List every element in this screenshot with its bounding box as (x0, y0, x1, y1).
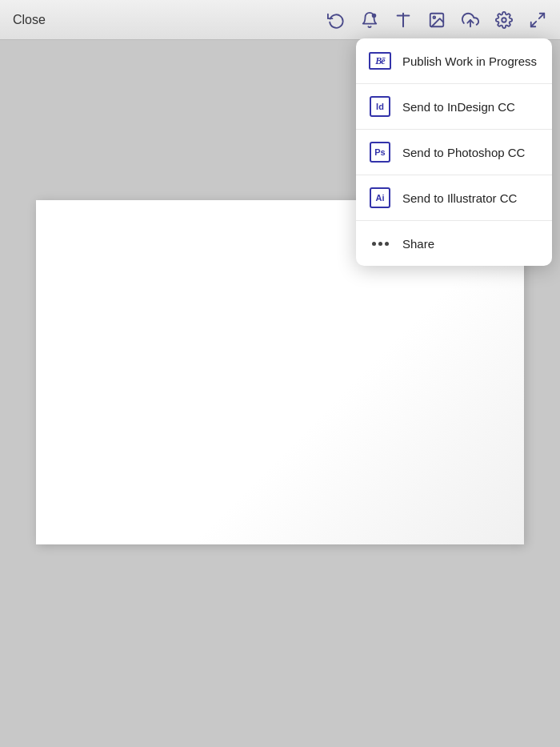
send-illustrator-item[interactable]: Ai Send to Illustrator CC (356, 175, 552, 221)
photoshop-icon: Ps (369, 141, 391, 163)
toolbar-icons (326, 10, 547, 30)
svg-line-7 (539, 13, 544, 18)
share-label: Share (402, 237, 434, 251)
more-icon (369, 232, 391, 255)
send-indesign-item[interactable]: Id Send to InDesign CC (356, 84, 552, 130)
send-photoshop-item[interactable]: Ps Send to Photoshop CC (356, 130, 552, 175)
share-item[interactable]: Share (356, 221, 552, 266)
undo-icon[interactable] (326, 10, 346, 30)
indesign-icon: Id (369, 95, 391, 118)
text-icon[interactable] (394, 10, 413, 30)
publish-wip-label: Publish Work in Progress (402, 54, 537, 68)
notifications-icon[interactable] (360, 10, 379, 30)
settings-icon[interactable] (494, 10, 514, 30)
behance-icon: Bē (369, 50, 391, 72)
upload-icon[interactable] (461, 10, 480, 30)
svg-line-8 (531, 21, 536, 26)
svg-point-6 (502, 18, 506, 22)
illustrator-icon: Ai (369, 187, 391, 209)
toolbar: Close (0, 0, 560, 40)
close-button[interactable]: Close (13, 13, 46, 27)
expand-icon[interactable] (528, 10, 547, 30)
dropdown-menu: Bē Publish Work in Progress Id Send to I… (356, 38, 552, 266)
image-icon[interactable] (427, 10, 446, 30)
send-photoshop-label: Send to Photoshop CC (402, 146, 525, 159)
send-illustrator-label: Send to Illustrator CC (402, 191, 517, 205)
svg-point-0 (372, 13, 377, 18)
send-indesign-label: Send to InDesign CC (402, 100, 515, 114)
svg-point-4 (433, 16, 435, 18)
publish-wip-item[interactable]: Bē Publish Work in Progress (356, 38, 552, 84)
